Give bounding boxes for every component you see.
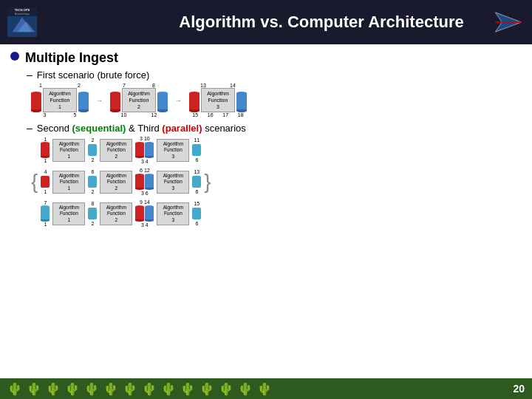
scenario2-label: – Second (sequential) & Third (parallel)… xyxy=(27,122,522,134)
svg-text:TECH OPS: TECH OPS xyxy=(15,8,30,12)
func-box-2: AlgorithmFunction2 xyxy=(122,88,156,112)
cyl-blue-2 xyxy=(157,92,168,112)
s2-row-2: 4 1 AlgorithmFunction1 6 2 AlgorithmFunc… xyxy=(41,168,201,196)
s1-top-nums-1: 12 xyxy=(31,83,89,88)
s1-unit-1: 12 AlgorithmFunction1 35 xyxy=(31,83,89,117)
s2-left-1: 1 1 xyxy=(41,137,50,163)
cactus-12: 🌵 xyxy=(219,382,233,396)
s2-far-3: 15 6 xyxy=(192,201,201,226)
s2-right-cyls-3 xyxy=(135,205,154,222)
cactus-4: 🌵 xyxy=(65,382,80,396)
s1-cylinders-2: AlgorithmFunction2 xyxy=(110,88,168,112)
s2-func-2-3: AlgorithmFunction3 xyxy=(157,171,189,194)
cyl-red-2 xyxy=(110,92,120,112)
s2-func-1-3: AlgorithmFunction3 xyxy=(157,139,189,162)
scenario1-text: First scenario (brute force) xyxy=(37,69,149,81)
cyl-s2-r3b xyxy=(145,205,154,222)
dash2: – xyxy=(27,122,33,134)
s2-func-3-1: AlgorithmFunction1 xyxy=(52,202,85,225)
s1-cylinders-1: AlgorithmFunction1 xyxy=(31,88,89,112)
cactus-10: 🌵 xyxy=(180,382,195,396)
s2-func-2-1: AlgorithmFunction1 xyxy=(52,171,85,194)
main-bullet: Multiple Ingest xyxy=(10,50,522,66)
cyl-s2-r1a xyxy=(135,142,144,158)
scenario1-label: – First scenario (brute force) xyxy=(27,69,522,81)
nasa-logo xyxy=(492,6,525,38)
s2-func-1-1: AlgorithmFunction1 xyxy=(52,139,85,162)
s1-top-nums-2: 78 xyxy=(110,83,168,88)
dash1: – xyxy=(27,69,33,81)
arrow-2: → xyxy=(175,97,182,104)
scenario2-text: Second (sequential) & Third (parallel) s… xyxy=(37,123,246,134)
s2-far-1: 11 6 xyxy=(192,137,201,163)
cactus-13: 🌵 xyxy=(238,382,253,396)
s2-right-2: 612 36 xyxy=(135,168,154,196)
seq-label: (sequential) xyxy=(72,123,126,134)
page-number: 20 xyxy=(513,383,525,395)
s2-mid-2: 6 2 xyxy=(88,169,97,194)
s1-bot-nums-3: 15161718 xyxy=(189,112,247,117)
s2-mid-1: 2 2 xyxy=(88,137,97,163)
cactus-11: 🌵 xyxy=(200,382,214,396)
func-box-1: AlgorithmFunction1 xyxy=(43,88,77,112)
s2-left-cyls-1 xyxy=(41,142,50,158)
logo-area: TECH OPS Mountain Region xyxy=(7,7,118,37)
par-label: (parallel) xyxy=(162,123,202,134)
s2-func-1-2: AlgorithmFunction2 xyxy=(100,139,132,162)
arrow-1: → xyxy=(96,97,103,104)
s2-mid-3: 8 2 xyxy=(88,201,97,226)
s2-right-nums-2: 612 xyxy=(140,168,150,173)
cyl-s2-red-1a xyxy=(41,142,50,158)
s2-func-3-3: AlgorithmFunction3 xyxy=(157,202,189,225)
main-title: Multiple Ingest xyxy=(25,50,118,66)
cyl-s2-cyan-3 xyxy=(41,205,50,222)
cyl-blue-3 xyxy=(236,92,247,112)
func-box-3: AlgorithmFunction3 xyxy=(201,88,235,112)
s2-row-3: 7 1 AlgorithmFunction1 8 2 AlgorithmFunc… xyxy=(41,200,201,228)
footer: 🌵 🌵 🌵 🌵 🌵 🌵 🌵 🌵 🌵 🌵 🌵 🌵 🌵 🌵 20 xyxy=(0,378,532,399)
cactus-3: 🌵 xyxy=(46,382,61,396)
cactus-8: 🌵 xyxy=(142,382,157,396)
s2-right-nums-1: 310 xyxy=(140,136,150,141)
cactus-5: 🌵 xyxy=(84,382,99,396)
s2-left-3: 7 1 xyxy=(41,200,50,227)
logo-icon: TECH OPS Mountain Region xyxy=(7,7,37,37)
cactus-7: 🌵 xyxy=(123,382,137,396)
cactus-1: 🌵 xyxy=(7,382,22,396)
s2-left-2: 4 1 xyxy=(41,169,50,194)
s2-right-bot-1: 34 xyxy=(141,159,149,164)
cactus-row: 🌵 🌵 🌵 🌵 🌵 🌵 🌵 🌵 🌵 🌵 🌵 🌵 🌵 🌵 xyxy=(7,382,272,396)
s1-unit-3: 1314 AlgorithmFunction3 15161718 xyxy=(189,83,247,117)
cactus-2: 🌵 xyxy=(27,382,41,396)
right-bracket: } xyxy=(204,171,211,192)
cyl-s2-r2b xyxy=(145,174,154,190)
cactus-9: 🌵 xyxy=(161,382,176,396)
scenario1-diagram: 12 AlgorithmFunction1 35 xyxy=(31,83,522,117)
s2-right-nums-3: 914 xyxy=(140,200,150,205)
main-content: Multiple Ingest – First scenario (brute … xyxy=(0,44,532,231)
title-text: Algorithm vs. Computer Architecture xyxy=(179,13,463,31)
s1-bot-nums-1: 35 xyxy=(31,112,89,117)
left-bracket: { xyxy=(31,171,38,192)
s2-func-2-2: AlgorithmFunction2 xyxy=(100,171,132,194)
s2-right-1: 310 34 xyxy=(135,136,154,164)
s2-func-3-2: AlgorithmFunction2 xyxy=(100,202,132,225)
s2-row-1: 1 1 AlgorithmFunction1 2 2 xyxy=(41,136,201,164)
cyl-red-1 xyxy=(31,92,41,112)
s2-all-rows: 1 1 AlgorithmFunction1 2 2 xyxy=(41,136,201,228)
s2-far-2: 13 6 xyxy=(192,169,201,194)
cyl-s2-r3a xyxy=(135,205,144,222)
header: TECH OPS Mountain Region Algorithm vs. C… xyxy=(0,0,532,44)
s2-right-bot-2: 36 xyxy=(141,191,149,196)
s1-bot-nums-2: 1012 xyxy=(110,112,168,117)
cyl-red-3 xyxy=(189,92,200,112)
s2-right-bot-3: 34 xyxy=(141,222,149,228)
s1-unit-2: 78 AlgorithmFunction2 1012 xyxy=(110,83,168,117)
cactus-14: 🌵 xyxy=(257,382,272,396)
cyl-s2-r2a xyxy=(135,174,144,190)
cyl-blue-1 xyxy=(78,92,89,112)
s2-right-cyls-1 xyxy=(135,142,154,158)
s1-cylinders-3: AlgorithmFunction3 xyxy=(189,88,247,112)
s1-top-nums-3: 1314 xyxy=(189,83,247,88)
header-title: Algorithm vs. Computer Architecture xyxy=(118,13,525,32)
